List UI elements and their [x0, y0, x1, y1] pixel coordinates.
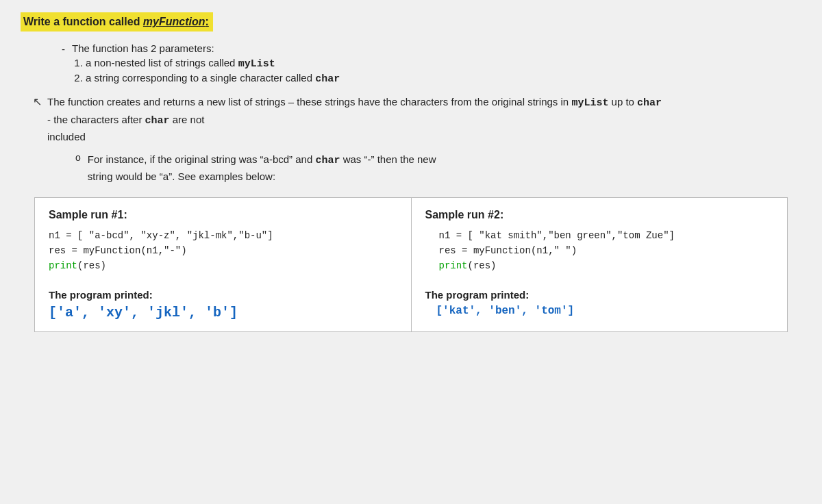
desc-text1: The function creates and returns a new l… [47, 96, 571, 108]
sample1-code: n1 = [ "a-bcd", "xy-z", "jkl-mk","b-u"] … [49, 228, 397, 274]
description-text: The function creates and returns a new l… [47, 94, 664, 144]
sample2-output: ['kat', 'ben', 'tom'] [425, 305, 774, 317]
samples-table: Sample run #1: n1 = [ "a-bcd", "xy-z", "… [34, 197, 788, 332]
param-2-text-before: a string corresponding to a single chara… [86, 72, 315, 84]
desc-code2: char [637, 97, 662, 109]
sample1-code-line3: print(res) [49, 258, 397, 273]
param-1: a non-nested list of strings called myLi… [86, 57, 340, 70]
sample2-print-keyword: print [439, 260, 468, 271]
sample2-code-line2: res = myFunction(n1," ") [439, 243, 774, 258]
sample2-code-line1: n1 = [ "kat smith","ben green","tom Zue"… [439, 228, 774, 243]
sample1-program-printed-label: The program printed: [49, 289, 397, 301]
desc-code1: myList [571, 97, 608, 109]
cursor-icon: ↖ [33, 95, 42, 108]
example-code1: char [315, 155, 340, 166]
title-colon: : [206, 16, 209, 27]
page-container: Write a function called myFunction: - Th… [0, 0, 822, 504]
sample1-title: Sample run #1: [49, 209, 397, 221]
dash-symbol: - [62, 43, 65, 55]
params-intro-item: - The function has 2 parameters: a non-n… [41, 42, 801, 87]
sample2-cell: Sample run #2: n1 = [ "kat smith","ben g… [411, 197, 788, 331]
sample1-code-line2: res = myFunction(n1,"-") [49, 243, 397, 258]
param-2: a string corresponding to a single chara… [86, 72, 340, 85]
sample1-code-line1: n1 = [ "a-bcd", "xy-z", "jkl-mk","b-u"] [49, 228, 397, 243]
bullet-item: o For instance, if the original string w… [75, 151, 801, 185]
sample1-print-keyword: print [49, 260, 77, 271]
param-1-code: myList [238, 58, 275, 70]
sample2-code: n1 = [ "kat smith","ben green","tom Zue"… [425, 228, 774, 274]
example-text1: For instance, if the original string was… [88, 153, 316, 165]
params-list: a non-nested list of strings called myLi… [72, 57, 340, 85]
param-2-code: char [315, 73, 340, 85]
title-prefix: Write a function called [23, 16, 143, 27]
sample2-title: Sample run #2: [425, 209, 774, 221]
desc-text3: - the characters after [47, 114, 145, 125]
sample2-program-printed-label: The program printed: [425, 289, 774, 301]
sample1-output: ['a', 'xy', 'jkl', 'b'] [49, 305, 397, 320]
bullet-block: o For instance, if the original string w… [21, 151, 801, 185]
param-1-text-before: a non-nested list of strings called [86, 57, 238, 68]
bullet-text: For instance, if the original string was… [88, 151, 436, 185]
sample1-cell: Sample run #1: n1 = [ "a-bcd", "xy-z", "… [35, 197, 412, 331]
params-intro-text: The function has 2 parameters: [72, 42, 214, 54]
description-block: ↖ The function creates and returns a new… [21, 94, 801, 144]
title-function-name: myFunction [143, 16, 206, 27]
sample2-code-line3: print(res) [439, 258, 774, 273]
desc-text2: up to [608, 96, 637, 108]
page-title: Write a function called myFunction: [21, 12, 213, 32]
desc-code3: char [145, 115, 170, 127]
bullet-circle-icon: o [75, 152, 81, 163]
